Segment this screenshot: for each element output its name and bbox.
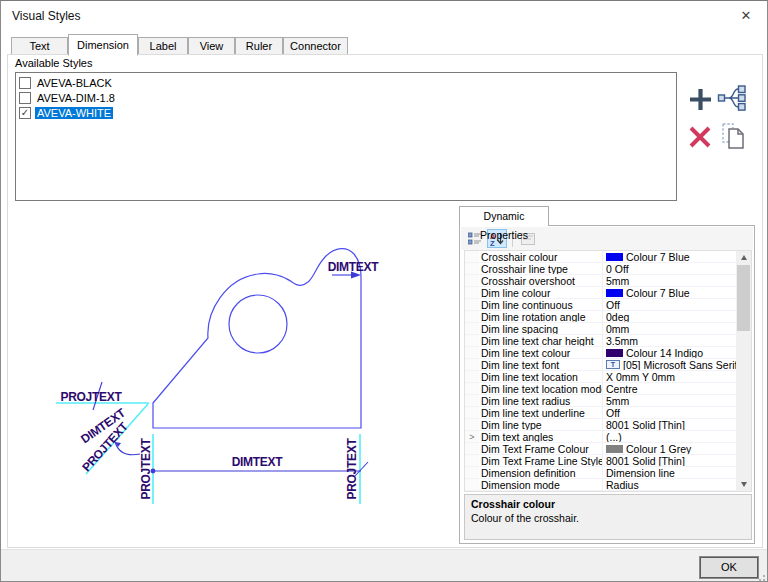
ok-button[interactable]: OK bbox=[700, 557, 758, 578]
style-label[interactable]: AVEVA-WHITE bbox=[35, 107, 113, 119]
property-name: Dim line rotation angle bbox=[479, 311, 603, 322]
property-value: 5mm bbox=[603, 275, 738, 286]
property-row[interactable]: Dim line continuousOff bbox=[465, 299, 738, 311]
list-item[interactable]: AVEVA-BLACK bbox=[16, 75, 676, 90]
style-label[interactable]: AVEVA-BLACK bbox=[35, 77, 114, 89]
list-item[interactable]: ✓ AVEVA-WHITE bbox=[16, 105, 676, 120]
close-icon[interactable]: ✕ bbox=[735, 7, 757, 25]
style-checkbox[interactable]: ✓ bbox=[19, 107, 31, 119]
property-value-text: 8001 Solid [Thin] bbox=[606, 419, 685, 430]
property-value-text: Dimension line bbox=[606, 467, 675, 478]
property-value: Colour 14 Indigo bbox=[603, 347, 738, 358]
row-margin bbox=[465, 287, 479, 298]
scroll-thumb[interactable] bbox=[737, 265, 750, 331]
row-margin bbox=[465, 311, 479, 322]
property-row[interactable]: Dim Text Frame ColourColour 1 Grey bbox=[465, 443, 738, 455]
property-name: Dim line text location bbox=[479, 371, 603, 382]
property-row[interactable]: Dim Text Frame Line Style8001 Solid [Thi… bbox=[465, 455, 738, 467]
description-title: Crosshair colour bbox=[471, 498, 745, 510]
property-value-text: Radius bbox=[606, 479, 639, 490]
property-row[interactable]: Dim line text locationX 0mm Y 0mm bbox=[465, 371, 738, 383]
row-margin bbox=[465, 395, 479, 406]
property-name: Dim text angles bbox=[479, 431, 603, 442]
available-styles-list[interactable]: AVEVA-BLACK AVEVA-DIM-1.8 ✓ AVEVA-WHITE bbox=[15, 72, 677, 201]
property-row[interactable]: Dim line text radius5mm bbox=[465, 395, 738, 407]
available-styles-label: Available Styles bbox=[15, 57, 92, 69]
tab-dynamic-properties[interactable]: Dynamic Properties bbox=[459, 206, 549, 226]
resize-grip[interactable] bbox=[756, 572, 765, 581]
property-row[interactable]: Dim line rotation angle0deg bbox=[465, 311, 738, 323]
style-checkbox[interactable] bbox=[19, 92, 31, 104]
property-row[interactable]: Dim line text location modeCentre bbox=[465, 383, 738, 395]
row-margin bbox=[465, 275, 479, 286]
row-margin bbox=[465, 335, 479, 346]
property-value-text: Off bbox=[606, 407, 620, 418]
row-margin bbox=[465, 263, 479, 274]
delete-style-button[interactable] bbox=[687, 124, 713, 152]
tab-connector[interactable]: Connector bbox=[283, 37, 348, 55]
property-row[interactable]: Dim line spacing0mm bbox=[465, 323, 738, 335]
property-value: 8001 Solid [Thin] bbox=[603, 455, 738, 466]
style-checkbox[interactable] bbox=[19, 77, 31, 89]
property-row[interactable]: Dim line text char height3.5mm bbox=[465, 335, 738, 347]
property-value-text: 5mm bbox=[606, 275, 629, 286]
add-style-button[interactable] bbox=[687, 86, 714, 115]
property-value: Colour 7 Blue bbox=[603, 287, 738, 298]
property-name: Crosshair overshoot bbox=[479, 275, 603, 286]
dimension-labels: DIMTEXT DIMTEXT PROJTEXT DIMTEXT PROJTEX… bbox=[61, 260, 380, 499]
property-value: Radius bbox=[603, 479, 738, 490]
property-value: (...) bbox=[603, 431, 738, 442]
tab-view[interactable]: View bbox=[188, 37, 235, 55]
tab-label[interactable]: Label bbox=[138, 37, 188, 55]
property-row[interactable]: Dim line type8001 Solid [Thin] bbox=[465, 419, 738, 431]
list-item[interactable]: AVEVA-DIM-1.8 bbox=[16, 90, 676, 105]
property-grid-scrollbar[interactable] bbox=[736, 251, 751, 491]
property-row[interactable]: Crosshair overshoot5mm bbox=[465, 275, 738, 287]
projtext-left-label: PROJTEXT bbox=[139, 438, 153, 500]
copy-style-button[interactable] bbox=[717, 120, 749, 154]
property-value: 0mm bbox=[603, 323, 738, 334]
property-value-text: Colour 7 Blue bbox=[626, 287, 690, 298]
property-grid[interactable]: Crosshair colourColour 7 BlueCrosshair l… bbox=[464, 250, 752, 492]
row-expander-icon[interactable]: > bbox=[465, 431, 479, 442]
visual-styles-dialog: Visual Styles ✕ Text Dimension Label Vie… bbox=[0, 0, 768, 582]
property-row[interactable]: Dim line text fontT[05] Microsoft Sans S… bbox=[465, 359, 738, 371]
property-row[interactable]: >Dim text angles(...) bbox=[465, 431, 738, 443]
property-value-text: Colour 7 Blue bbox=[626, 251, 690, 262]
scroll-up-arrow[interactable] bbox=[736, 251, 751, 264]
property-row[interactable]: Dim line colourColour 7 Blue bbox=[465, 287, 738, 299]
property-row[interactable]: Dim line text colourColour 14 Indigo bbox=[465, 347, 738, 359]
style-label[interactable]: AVEVA-DIM-1.8 bbox=[35, 92, 117, 104]
scroll-down-arrow[interactable] bbox=[736, 478, 751, 491]
copy-icon bbox=[717, 120, 749, 152]
property-value: T[05] Microsoft Sans Serif bbox=[603, 359, 738, 370]
property-row[interactable]: Crosshair colourColour 7 Blue bbox=[465, 251, 738, 263]
row-margin bbox=[465, 299, 479, 310]
property-row[interactable]: Dim line text underlineOff bbox=[465, 407, 738, 419]
property-value-text: 0deg bbox=[606, 311, 629, 322]
tab-text[interactable]: Text bbox=[11, 37, 68, 55]
tab-dimension[interactable]: Dimension bbox=[68, 34, 138, 56]
property-value-text: [05] Microsoft Sans Serif bbox=[623, 359, 737, 370]
row-margin bbox=[465, 383, 479, 394]
property-value-text: Centre bbox=[606, 383, 638, 394]
delete-x-icon bbox=[687, 124, 713, 150]
property-value: Off bbox=[603, 407, 738, 418]
footer-bar: OK bbox=[1, 549, 767, 582]
property-value: 5mm bbox=[603, 395, 738, 406]
property-description-box: Crosshair colour Colour of the crosshair… bbox=[464, 494, 752, 540]
property-value: X 0mm Y 0mm bbox=[603, 371, 738, 382]
property-value: 0deg bbox=[603, 311, 738, 322]
property-value-text: 5mm bbox=[606, 395, 629, 406]
plus-icon bbox=[687, 86, 714, 113]
property-row[interactable]: Dimension definitionDimension line bbox=[465, 467, 738, 479]
property-name: Dim line text font bbox=[479, 359, 603, 370]
link-style-button[interactable] bbox=[717, 83, 747, 115]
row-margin bbox=[465, 419, 479, 430]
property-name: Dimension definition bbox=[479, 467, 603, 478]
property-row[interactable]: Crosshair line type0 Off bbox=[465, 263, 738, 275]
property-value-text: X 0mm Y 0mm bbox=[606, 371, 675, 382]
font-icon: T bbox=[606, 360, 620, 369]
tab-ruler[interactable]: Ruler bbox=[235, 37, 283, 55]
property-row[interactable]: Dimension modeRadius bbox=[465, 479, 738, 491]
